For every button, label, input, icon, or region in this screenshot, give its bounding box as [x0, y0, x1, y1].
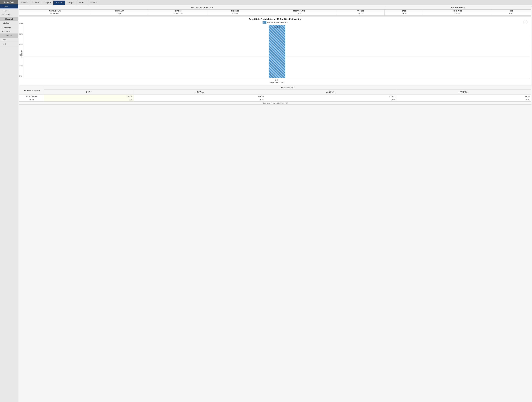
- y-tick-label: 40 %: [19, 54, 23, 56]
- tab-27jan21[interactable]: 27 Jan'21: [19, 0, 30, 5]
- sidebar-item-table[interactable]: Table: [0, 42, 18, 46]
- y-tick-label: 80 %: [19, 33, 23, 35]
- prob-header-no-change: NO CHANGE: [423, 10, 492, 12]
- bottom-sub-col-1-day: 1 DAY26 JAN 2021: [134, 89, 265, 95]
- tab-3nov21[interactable]: 3 Nov'21: [77, 0, 87, 5]
- info-row: MEETING INFORMATION MEETING DATECONTRACT…: [19, 6, 531, 16]
- table-row: 25-500.0%0.0%0.0%3.7%: [19, 98, 531, 102]
- sidebar-section-historical: Historical: [0, 17, 18, 21]
- footnote: * Data as of 27 Jan 2021 07:29:00 CT: [19, 102, 531, 104]
- probs-section: PROBABILITIES EASENO CHANGEHIKE 0.0 %100…: [385, 6, 531, 15]
- sidebar-item-chart[interactable]: Chart: [0, 38, 18, 42]
- bottom-sub-col-now-*: NOW *: [44, 89, 134, 95]
- tab-28apr21[interactable]: 28 Apr'21: [42, 0, 53, 5]
- prob-value-cell: 100.0%: [265, 95, 396, 98]
- bar-value-label: 100.0 %: [274, 26, 280, 28]
- legend-label: Current Target Rate of 0-25: [267, 21, 287, 23]
- x-tick-label: 0-25: [275, 79, 279, 81]
- prob-cell: 0.0 %: [492, 12, 531, 15]
- y-tick-label: 20 %: [19, 65, 23, 66]
- meeting-header-prior-volume: PRIOR VOLUME: [262, 10, 336, 12]
- y-tick-label: 60 %: [19, 44, 23, 45]
- meeting-info-title: MEETING INFORMATION: [19, 6, 385, 10]
- meeting-info-table: MEETING DATECONTRACTEXPIRESMID PRICEPRIO…: [19, 10, 385, 15]
- chart-container: ⊘ Target Rate Probabilities for 16 Jun 2…: [19, 16, 531, 85]
- prob-value-cell: 0.0%: [265, 98, 396, 102]
- meeting-header-prior-oi: PRIOR OI: [336, 10, 385, 12]
- y-tick-label: 0 %: [19, 75, 22, 77]
- sidebar-item-downloads[interactable]: Downloads: [0, 25, 18, 29]
- probability-bar: 100.0 %: [269, 25, 285, 78]
- prob-header-hike: HIKE: [492, 10, 531, 12]
- chart-area: Probability 100 %80 %60 %40 %20 %0 %100.…: [20, 25, 530, 83]
- sidebar-item-probabilities[interactable]: Probabilities: [0, 13, 18, 17]
- meeting-cell: 5,873: [262, 12, 336, 15]
- bottom-table: TARGET RATE (BPS)PROBABILITY(%) NOW *1 D…: [19, 86, 531, 102]
- meeting-cell: 30 Jun 2021: [148, 12, 208, 15]
- prob-cell: 0.0 %: [385, 12, 423, 15]
- chart-title: Target Rate Probabilities for 16 Jun 202…: [20, 18, 530, 20]
- tab-22sep21[interactable]: 22 Sep'21: [65, 0, 77, 5]
- prob-header-ease: EASE: [385, 10, 423, 12]
- bottom-table-container: TARGET RATE (BPS)PROBABILITY(%) NOW *1 D…: [19, 86, 531, 105]
- tab-17mar21[interactable]: 17 Mar'21: [30, 0, 42, 5]
- bottom-sub-col-1-week: 1 WEEK20 JAN 2021: [265, 89, 396, 95]
- sidebar: Target Rate CurrentCompareProbabilitiesH…: [0, 0, 18, 402]
- tab-15dec21[interactable]: 15 Dec'21: [88, 0, 99, 5]
- tab-16jun21[interactable]: 16 Jun'21: [53, 0, 65, 5]
- meeting-header-meeting-date: MEETING DATE: [19, 10, 91, 12]
- rate-cell: 0-25 (Current): [19, 95, 44, 98]
- sidebar-item-current[interactable]: Current: [0, 4, 18, 9]
- bottom-col-rate: TARGET RATE (BPS): [19, 86, 44, 95]
- bottom-col-prob: PROBABILITY(%): [44, 86, 531, 89]
- meeting-cell: 62,850: [336, 12, 385, 15]
- meeting-header-mid-price: MID PRICE: [208, 10, 262, 12]
- prob-value-cell: 3.7%: [396, 98, 531, 102]
- y-tick-label: 100 %: [19, 23, 23, 24]
- table-row: 0-25 (Current)100.0%100.0%100.0%96.3%: [19, 95, 531, 98]
- prob-cell: 100.0 %: [423, 12, 492, 15]
- probs-table: EASENO CHANGEHIKE 0.0 %100.0 %0.0 %: [385, 10, 531, 15]
- sidebar-item-historical[interactable]: Historical: [0, 21, 18, 25]
- sidebar-item-prior-hikes[interactable]: Prior Hikes: [0, 29, 18, 33]
- chart-grid: 100 %80 %60 %40 %20 %0 %100.0 %: [24, 25, 530, 78]
- legend-box: [263, 21, 266, 24]
- prob-value-cell: 0.0%: [44, 98, 134, 102]
- prob-value-cell: 100.0%: [134, 95, 265, 98]
- meeting-header-contract: CONTRACT: [91, 10, 148, 12]
- meeting-cell: ZQM1: [91, 12, 148, 15]
- bottom-sub-col-1-month: 1 MONTH24 DEC 2020: [396, 89, 531, 95]
- meeting-cell: 99.9325: [208, 12, 262, 15]
- chart-plot: 100 %80 %60 %40 %20 %0 %100.0 % 0-25 Tar…: [24, 25, 530, 83]
- main-content: 27 Jan'2117 Mar'2128 Apr'2116 Jun'2122 S…: [18, 0, 532, 402]
- meeting-cell: 16 Jun 2021: [19, 12, 91, 15]
- meeting-header-expires: EXPIRES: [148, 10, 208, 12]
- sidebar-item-compare[interactable]: Compare: [0, 9, 18, 13]
- chart-legend: Current Target Rate of 0-25: [20, 21, 530, 24]
- probs-title: PROBABILITIES: [385, 6, 531, 10]
- x-axis-title: Target Rate (in bps): [24, 82, 530, 83]
- rate-cell: 25-50: [19, 98, 44, 102]
- prob-value-cell: 0.0%: [134, 98, 265, 102]
- prob-value-cell: 96.3%: [396, 95, 531, 98]
- meeting-info-section: MEETING INFORMATION MEETING DATECONTRACT…: [19, 6, 385, 15]
- sidebar-section-dot-plot: Dot Plot: [0, 34, 18, 38]
- tabs-bar: 27 Jan'2117 Mar'2128 Apr'2116 Jun'2122 S…: [18, 0, 532, 5]
- prob-value-cell: 100.0%: [44, 95, 134, 98]
- bar-wrapper: 100.0 %: [269, 25, 285, 78]
- sidebar-header: Target Rate: [0, 0, 18, 4]
